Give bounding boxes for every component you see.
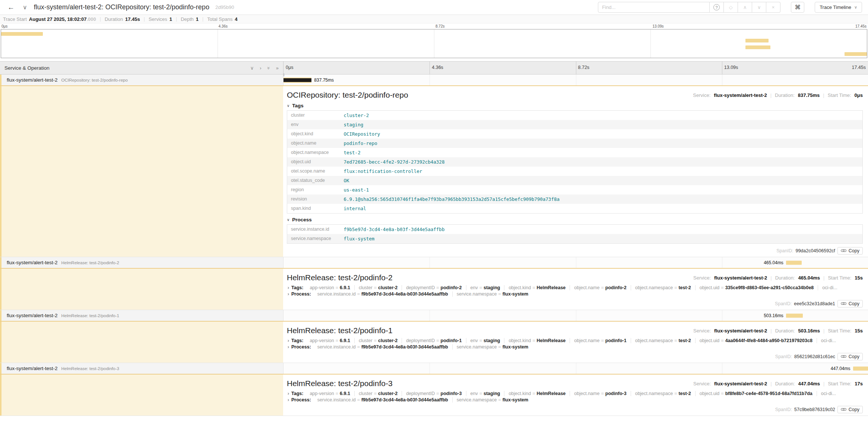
kv-value: cluster-2 (340, 111, 863, 120)
chevron-right-icon[interactable]: › (288, 397, 289, 402)
kv-value: f9b5e97d-3cd4-4e8a-b03f-3d44e5aaffbb (340, 225, 863, 234)
tag-pair: service.namespace=flux-system (452, 397, 533, 402)
span-row[interactable]: flux-system/alert-test-2OCIRepository: t… (0, 75, 868, 85)
keyboard-shortcuts-button[interactable]: ⌘ (791, 2, 804, 13)
meta-value: flux-system/alert-test-2 (714, 92, 767, 98)
trace-view-select[interactable]: Trace Timeline ∨ (815, 2, 862, 13)
chevron-right-icon[interactable]: › (288, 285, 289, 290)
span-duration-bar[interactable] (786, 261, 802, 265)
span-timeline-cell[interactable]: 503.16ms (283, 310, 868, 321)
tag-equals: = (357, 397, 360, 402)
expand-all-icon[interactable]: » (276, 65, 279, 71)
tag-pair: cluster=cluster-2 (354, 338, 402, 343)
chevron-up-icon: ∧ (743, 4, 747, 10)
tag-key: deploymentID (406, 391, 435, 396)
tag-pair: object.namespace=test-2 (631, 391, 695, 396)
tag-pair: object.namespace=test-2 (631, 338, 695, 343)
meta-value: 447.04ms (798, 381, 820, 386)
tag-pair: service.instance.id=f9b5e97d-3cd4-4e8a-b… (313, 344, 452, 350)
find-group: ? ◇ ∧ ∨ × (598, 2, 780, 13)
service-operation-header: Service & Operation ∨ › » » ‖ (0, 61, 283, 74)
find-clear-button[interactable]: × (766, 2, 780, 13)
timeline-header: Service & Operation ∨ › » » ‖ 0μs4.36s8.… (0, 61, 868, 75)
find-input[interactable] (598, 2, 710, 13)
tag-equals: = (436, 285, 439, 290)
find-help-button[interactable]: ? (710, 2, 724, 13)
kv-key: object.kind (287, 129, 340, 139)
inline-section-label[interactable]: Tags: (291, 391, 303, 396)
collapse-trace-header-button[interactable]: ∨ (21, 4, 29, 11)
chevron-right-icon[interactable]: › (288, 391, 289, 396)
span-duration-label: 837.75ms (314, 78, 334, 83)
span-row[interactable]: flux-system/alert-test-2HelmRelease: tes… (0, 310, 868, 321)
tag-pair: app-version=6.9.1 (305, 338, 354, 343)
tag-pair: object.namespace=test-2 (631, 285, 695, 290)
timeline-gridline (576, 310, 576, 321)
tag-equals: = (601, 391, 604, 396)
span-detail-title-row: OCIRepository: test-2/podinfo-repoServic… (287, 91, 863, 100)
copy-spanid-button[interactable]: Copy (837, 406, 863, 413)
copy-spanid-button[interactable]: Copy (837, 247, 863, 255)
tag-key: env (471, 338, 478, 343)
span-detail-left-gutter (0, 86, 283, 257)
span-name-cell[interactable]: flux-system/alert-test-2OCIRepository: t… (0, 75, 283, 85)
inline-section-label[interactable]: Tags: (291, 338, 303, 343)
collapse-one-icon[interactable]: ∨ (250, 65, 254, 71)
tag-pair: object.name=podinfo-1 (570, 338, 630, 343)
kv-key: otel.scope.name (287, 167, 340, 176)
chevron-right-icon[interactable]: › (288, 344, 289, 350)
kv-value: OK (340, 176, 863, 185)
kv-value: flux:notification-controller (340, 167, 863, 176)
tag-equals: = (532, 391, 535, 396)
process-section-label: Process (292, 217, 312, 222)
find-next-button[interactable]: ∨ (752, 2, 766, 13)
inline-section-label[interactable]: Tags: (291, 285, 303, 290)
chevron-right-icon[interactable]: › (288, 338, 289, 343)
tag-key: object.namespace (635, 285, 673, 290)
copy-spanid-button[interactable]: Copy (837, 300, 863, 307)
timeline-gridline (576, 257, 576, 268)
collapse-all-icon[interactable]: » (266, 66, 272, 69)
tag-pair: object.uid=4aa0644f-4fe8-4484-a950-b7219… (695, 338, 817, 343)
chevron-right-icon[interactable]: › (288, 291, 289, 297)
span-name-cell[interactable]: flux-system/alert-test-2HelmRelease: tes… (0, 310, 283, 321)
span-duration-bar[interactable] (786, 313, 803, 318)
span-row[interactable]: flux-system/alert-test-2HelmRelease: tes… (0, 257, 868, 268)
span-timeline-cell[interactable]: 837.75ms (283, 75, 868, 85)
span-timeline-cell[interactable]: 465.04ms (283, 257, 868, 268)
kv-key: revision (287, 195, 340, 204)
span-row[interactable]: flux-system/alert-test-2HelmRelease: tes… (0, 363, 868, 374)
tag-pair: service.instance.id=f9b5e97d-3cd4-4e8a-b… (313, 397, 452, 402)
span-detail-footer: SpanID:eee5c32e31d8ade1Copy (287, 300, 863, 307)
copy-spanid-button[interactable]: Copy (837, 353, 863, 360)
close-icon: × (772, 4, 775, 10)
trace-minimap[interactable] (1, 29, 867, 58)
expand-one-icon[interactable]: › (260, 65, 261, 71)
kv-key: span.kind (287, 204, 340, 214)
tag-equals: = (721, 285, 723, 290)
process-inline-row: ›Process:service.instance.id=f9b5e97d-3c… (287, 397, 863, 402)
span-name-cell[interactable]: flux-system/alert-test-2HelmRelease: tes… (0, 363, 283, 374)
inline-section-label[interactable]: Process: (291, 397, 311, 402)
inline-section-label[interactable]: Process: (291, 344, 311, 350)
inline-section-label[interactable]: Process: (291, 291, 311, 297)
top-bar: ← ∨ flux-system/alert-test-2: OCIReposit… (0, 0, 868, 15)
process-section-header[interactable]: ∨Process (287, 217, 863, 222)
span-timeline-cell[interactable]: 447.04ms (283, 363, 868, 374)
span-duration-bar[interactable] (853, 366, 868, 370)
tag-value: 6.9.1 (340, 285, 350, 290)
column-resizer-grip[interactable]: ‖ (283, 73, 285, 77)
span-detail-title: OCIRepository: test-2/podinfo-repo (287, 91, 408, 100)
summary-value-fraction: .000 (86, 16, 96, 22)
span-duration-label: 447.04ms (831, 366, 850, 371)
tag-value: test-2 (678, 338, 691, 343)
span-duration-bar[interactable] (283, 78, 311, 83)
back-button[interactable]: ← (6, 3, 16, 12)
tags-section-header[interactable]: ∨Tags (287, 103, 863, 108)
meta-label: Duration: (775, 381, 795, 386)
tag-pair: app-version=6.9.1 (305, 285, 354, 290)
find-prev-button[interactable]: ∧ (738, 2, 752, 13)
find-focus-button[interactable]: ◇ (724, 2, 738, 13)
tag-value: f9b5e97d-3cd4-4e8a-b03f-3d44e5aaffbb (361, 397, 448, 402)
span-name-cell[interactable]: flux-system/alert-test-2HelmRelease: tes… (0, 257, 283, 268)
